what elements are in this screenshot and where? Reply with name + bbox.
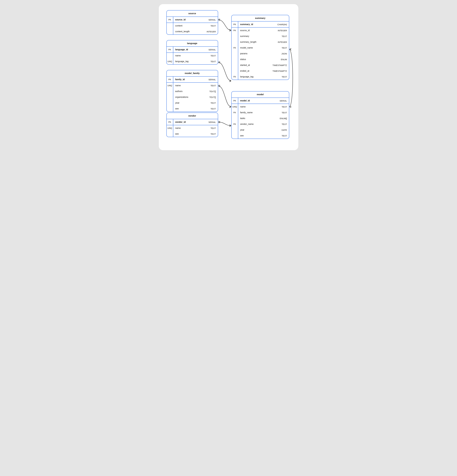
column-type: SERIAL [280, 100, 287, 102]
svg-line-4 [229, 30, 231, 31]
er-diagram-canvas: source PK source_idSERIAL contentTEXT co… [159, 4, 298, 150]
column-type: TEXT[] [209, 90, 216, 93]
svg-line-19 [229, 126, 231, 127]
key-label: FK [232, 110, 238, 115]
column-type: DATE [282, 129, 287, 131]
column-type: TEXT [282, 111, 287, 114]
column-type: JSON [281, 52, 287, 55]
key-label: UNQ [232, 104, 238, 110]
entity-row: yearDATE [232, 127, 289, 133]
key-label [232, 51, 238, 57]
column-name: name [175, 54, 181, 57]
column-type: TEXT[] [209, 96, 216, 98]
column-type: ENUM[] [280, 117, 287, 119]
column-name: family_name [240, 111, 253, 114]
entity-title: source [167, 10, 218, 17]
column-name: ended_at [240, 70, 249, 72]
entity-title: vendor [167, 113, 218, 119]
column-name: see [240, 135, 244, 137]
column-type: ENUM [281, 58, 287, 61]
entity-row: FK language_tagTEXT [232, 74, 289, 80]
entity-row: UNQ nameTEXT [167, 83, 218, 88]
entity-pk-row: PK source_idSERIAL [167, 17, 218, 23]
key-label [167, 29, 173, 34]
key-label: PK [232, 21, 238, 27]
entity-row: FK family_nameTEXT [232, 110, 289, 115]
key-label: FK [232, 121, 238, 127]
column-type: TEXT [210, 127, 216, 129]
svg-line-13 [229, 106, 231, 107]
column-name: organizations [175, 96, 188, 98]
entity-row: organizationsTEXT[] [167, 94, 218, 100]
key-label [232, 133, 238, 139]
column-name: year [175, 102, 180, 104]
column-type: TEXT [210, 85, 216, 87]
svg-line-9 [229, 81, 231, 82]
entity-row: FK source_idINTEGER [232, 27, 289, 33]
column-type: TEXT [210, 60, 216, 63]
column-name: vendor_id [175, 121, 186, 123]
key-label [167, 100, 173, 106]
entity-row: summary_lengthINTEGER [232, 39, 289, 45]
column-name: name [240, 106, 246, 108]
entity-row: UNQ nameTEXT [232, 104, 289, 110]
entity-pk-row: PK language_idSERIAL [167, 47, 218, 53]
key-label [232, 57, 238, 62]
column-name: year [240, 129, 244, 131]
column-name: language_tag [240, 76, 253, 78]
key-label [232, 33, 238, 39]
key-label: PK [167, 47, 173, 52]
key-label [232, 62, 238, 68]
column-name: authors [175, 90, 182, 93]
entity-pk-row: PK family_idSERIAL [167, 76, 218, 83]
entity-row: ended_atTIMESTAMPTZ [232, 68, 289, 74]
rel-model-summary [289, 48, 293, 108]
entity-pk-row: PK vendor_idSERIAL [167, 119, 218, 125]
entity-title: model [232, 92, 289, 98]
entity-row: started_atTIMESTAMPTZ [232, 62, 289, 68]
column-type: TEXT [282, 47, 287, 49]
entity-row: yearTEXT [167, 100, 218, 106]
key-label [232, 68, 238, 74]
column-name: params [240, 52, 248, 55]
key-label [232, 39, 238, 45]
key-label: PK [167, 17, 173, 23]
column-name: language_id [175, 48, 188, 51]
entity-pk-row: PK summary_idCHAR(64) [232, 21, 289, 27]
key-label: FK [232, 45, 238, 51]
column-type: TEXT [210, 102, 216, 104]
column-name: tasks [240, 117, 245, 119]
rel-modelfamily-model [218, 85, 231, 108]
entity-model: model PK model_idSERIAL UNQ nameTEXT FK … [231, 91, 289, 139]
svg-line-3 [229, 29, 231, 30]
column-name: model_name [240, 47, 253, 49]
column-name: summary_length [240, 41, 256, 43]
column-type: INTEGER [278, 41, 287, 43]
key-label [167, 53, 173, 59]
key-label [167, 94, 173, 100]
key-label: UNQ [167, 83, 173, 88]
entity-title: model_family [167, 70, 218, 76]
key-label: UNQ [167, 59, 173, 64]
entity-row: seeTEXT [167, 106, 218, 112]
svg-line-14 [229, 107, 231, 108]
entity-summary: summary PK summary_idCHAR(64) FK source_… [231, 15, 289, 80]
entity-vendor: vendor PK vendor_idSERIAL UNQ nameTEXT s… [166, 112, 218, 137]
key-label [167, 106, 173, 112]
column-name: language_tag [175, 60, 189, 63]
svg-line-23 [290, 48, 291, 49]
entity-row: tasksENUM[] [232, 115, 289, 121]
key-label: UNQ [167, 125, 173, 131]
column-name: source_id [175, 18, 186, 21]
column-type: TEXT [210, 108, 216, 110]
entity-pk-row: PK model_idSERIAL [232, 98, 289, 104]
entity-title: language [167, 40, 218, 47]
column-name: name [175, 127, 181, 129]
key-label [167, 88, 173, 94]
column-type: TEXT [210, 55, 216, 57]
entity-row: FK model_nameTEXT [232, 45, 289, 51]
rel-language-summary [218, 61, 231, 82]
column-type: SERIAL [208, 78, 216, 81]
entity-row: FK vendor_nameTEXT [232, 121, 289, 127]
svg-line-24 [290, 49, 291, 50]
